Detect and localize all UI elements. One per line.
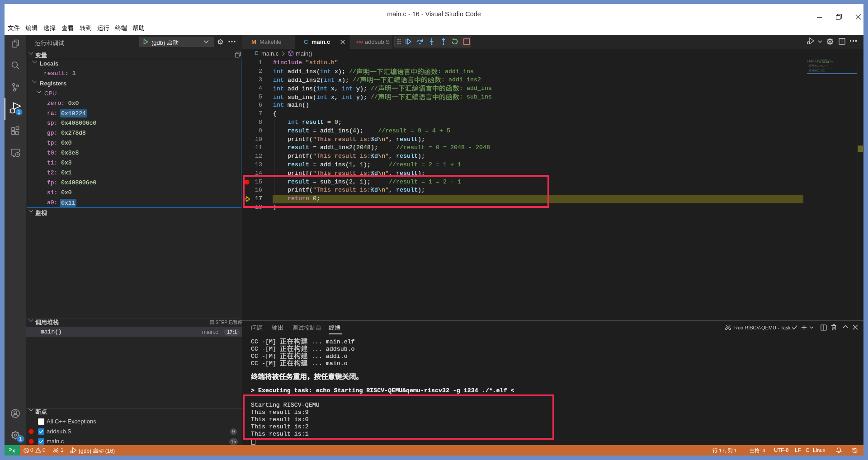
svg-text:1: 1	[18, 109, 20, 115]
svg-text:1: 1	[19, 436, 22, 441]
